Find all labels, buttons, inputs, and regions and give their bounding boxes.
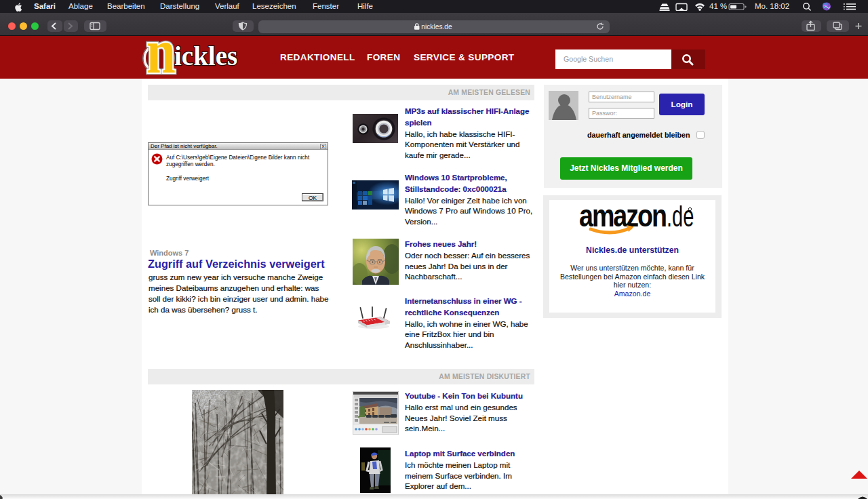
svg-text:ickles: ickles: [174, 41, 237, 71]
svg-text:.de: .de: [667, 205, 694, 233]
svg-text:n: n: [146, 38, 176, 80]
